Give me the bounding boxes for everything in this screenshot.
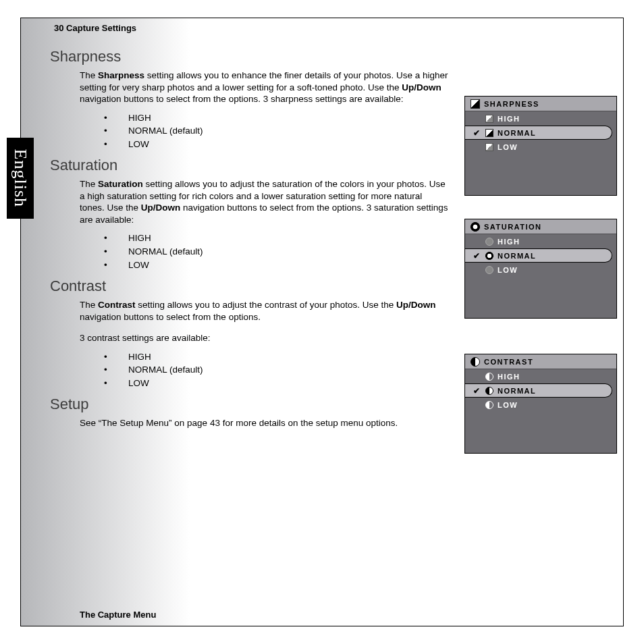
list-item: HIGH bbox=[101, 112, 448, 124]
list-item: HIGH bbox=[101, 351, 448, 363]
section-title-sharpness: Sharpness bbox=[47, 48, 617, 65]
page-header: 30 Capture Settings bbox=[47, 23, 617, 33]
menu-row: LOW bbox=[465, 398, 616, 412]
saturation-level-icon bbox=[485, 266, 493, 274]
sharpness-level-icon bbox=[485, 143, 493, 151]
menu-row: LOW bbox=[465, 140, 616, 154]
menu-header: CONTRAST bbox=[465, 354, 616, 369]
language-label: English bbox=[10, 149, 30, 207]
contrast-level-icon bbox=[485, 373, 493, 381]
sharpness-icon bbox=[471, 99, 480, 109]
saturation-level-icon bbox=[485, 252, 493, 260]
list-item: HIGH bbox=[101, 232, 448, 244]
footer-label: The Capture Menu bbox=[80, 610, 156, 620]
saturation-icon bbox=[471, 222, 480, 232]
saturation-level-icon bbox=[485, 238, 493, 246]
sharpness-level-icon bbox=[485, 115, 493, 123]
menu-row: HIGH bbox=[465, 234, 616, 248]
contrast-level-icon bbox=[485, 401, 493, 409]
menu-row: HIGH bbox=[465, 111, 616, 126]
list-item: NORMAL (default) bbox=[101, 246, 448, 258]
list-item: LOW bbox=[101, 377, 448, 390]
list-item: LOW bbox=[101, 138, 448, 151]
sharpness-menu: SHARPNESS HIGH ✔ NORMAL LOW bbox=[464, 96, 617, 196]
menu-header: SATURATION bbox=[465, 219, 616, 234]
sharpness-level-icon bbox=[485, 129, 493, 137]
language-tab: English bbox=[7, 138, 34, 219]
list-item: NORMAL (default) bbox=[101, 364, 448, 376]
menu-row-selected: ✔ NORMAL bbox=[465, 248, 612, 263]
saturation-menu: SATURATION HIGH ✔ NORMAL LOW bbox=[464, 219, 617, 319]
check-icon: ✔ bbox=[473, 128, 481, 138]
check-icon: ✔ bbox=[473, 251, 481, 261]
contrast-menu: CONTRAST HIGH ✔ NORMAL LOW bbox=[464, 354, 617, 454]
contrast-icon bbox=[471, 357, 480, 367]
menu-header: SHARPNESS bbox=[465, 97, 616, 111]
menu-row-selected: ✔ NORMAL bbox=[465, 383, 612, 398]
menu-row: HIGH bbox=[465, 369, 616, 383]
contrast-level-icon bbox=[485, 387, 493, 395]
menu-row-selected: ✔ NORMAL bbox=[465, 126, 612, 140]
list-item: LOW bbox=[101, 259, 448, 271]
check-icon: ✔ bbox=[473, 386, 481, 396]
list-item: NORMAL (default) bbox=[101, 125, 448, 137]
menu-row: LOW bbox=[465, 263, 616, 277]
